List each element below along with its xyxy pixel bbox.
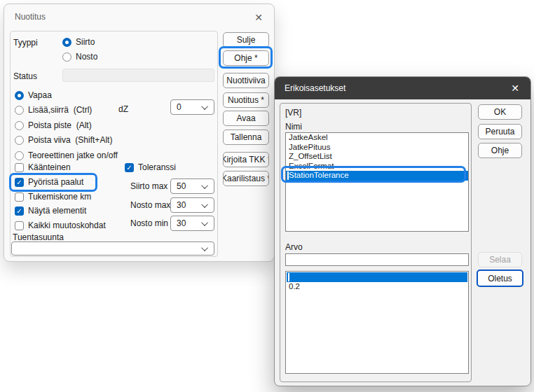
nuotitus-button[interactable]: Nuotitus * [223,92,269,108]
tyyppi-label: Tyyppi [13,38,38,48]
kaarilistaus-button[interactable]: Kaarilistaus * [223,171,269,186]
radio-label: Poista viiva (Shift+Alt) [28,135,112,145]
list-item-selected[interactable] [287,272,467,282]
nuottiviiva-button[interactable]: Nuottiviiva [223,73,269,88]
radio-vapaa[interactable]: Vapaa [15,90,52,100]
arvo-input[interactable] [285,253,469,266]
checkbox-icon: ✓ [125,163,134,172]
tuentasuunta-label: Tuentasuunta [13,232,64,242]
radio-label: Teoreettinen jatke on/off [28,150,118,160]
nosto-min-label: Nosto min [130,218,168,228]
radio-teoreettinen-jatke[interactable]: Teoreettinen jatke on/off [15,150,118,160]
ohje-button[interactable]: Ohje * [223,50,269,66]
checkbox-kaanteinen[interactable]: Käänteinen [15,162,71,172]
list-item[interactable]: ExcelFormat [286,162,468,172]
status-field [62,69,214,82]
radio-lisaa-siirra[interactable]: Lisää,siirrä (Ctrl) [15,105,92,115]
radio-icon [62,52,71,62]
radio-icon [15,136,24,145]
peruuta-button[interactable]: Peruuta [478,124,522,139]
list-item[interactable]: JatkeAskel [286,133,468,143]
dz-label: dZ [118,104,128,114]
checkbox-pyorista-paalut[interactable]: ✓ Pyöristä paalut [15,177,83,187]
oletus-button[interactable]: Oletus [477,270,523,287]
radio-label: Poista piste (Alt) [28,120,92,130]
checkbox-label: Pyöristä paalut [28,177,83,187]
checkbox-toleranssi[interactable]: ✓ Toleranssi [125,162,176,172]
avaa-button[interactable]: Avaa [223,111,269,126]
nosto-max-value: 30 [177,200,203,210]
list-item-selected[interactable]: StationTolerance [286,171,468,181]
siirto-max-value: 50 [177,181,203,191]
titlebar: Erikoisasetukset ✕ [275,77,530,99]
radio-icon [62,38,71,47]
chevron-down-icon [201,244,208,251]
radio-siirto[interactable]: Siirto [62,37,95,47]
siirto-max-combobox[interactable]: 50 [170,178,214,194]
radio-icon [15,106,24,115]
tuentasuunta-combobox[interactable] [11,241,214,255]
checkbox-label: Toleranssi [138,162,176,172]
nosto-max-combobox[interactable]: 30 [170,197,214,213]
siirto-max-label: Siirto max [130,181,167,191]
checkbox-icon: ✓ [15,178,24,187]
nosto-max-label: Nosto max [130,200,170,210]
checkbox-icon [15,221,24,230]
checkbox-icon: ✓ [15,206,24,216]
dialog-title: Erikoisasetukset [285,83,345,93]
ok-button[interactable]: OK [478,104,522,120]
nosto-min-value: 30 [177,218,203,228]
ohje-button[interactable]: Ohje [478,143,522,158]
radio-nosto[interactable]: Nosto [62,52,97,62]
checkbox-icon [15,163,24,172]
checkbox-tukemiskone-km[interactable]: Tukemiskone km [15,192,91,202]
close-icon[interactable]: ✕ [507,81,523,95]
kirjoita-tkk-button[interactable]: Kirjoita TKK * [223,152,269,167]
nuotitus-dialog: Nuotitus ✕ Tyyppi Siirto Nosto Status Va… [4,4,275,262]
tallenna-button[interactable]: Tallenna [223,130,269,145]
nosto-min-combobox[interactable]: 30 [170,216,214,231]
radio-label: Lisää,siirrä (Ctrl) [28,105,92,115]
radio-icon [15,121,24,130]
checkbox-label: Näytä elementit [28,206,86,216]
checkbox-icon [15,192,24,202]
sulje-button[interactable]: Sulje [223,32,269,48]
list-item[interactable]: 0.2 [286,282,468,292]
arvo-listbox[interactable]: 0.2 [285,271,469,374]
close-icon[interactable]: ✕ [251,10,266,24]
radio-label: Vapaa [28,90,52,100]
nimi-listbox[interactable]: JatkeAskel JatkePituus Z_OffsetList Exce… [285,132,469,232]
checkbox-nayta-elementit[interactable]: ✓ Näytä elementit [15,206,86,216]
selaa-button: Selaa [478,252,522,267]
list-item[interactable]: JatkePituus [286,143,468,153]
radio-poista-viiva[interactable]: Poista viiva (Shift+Alt) [15,135,112,145]
radio-label: Nosto [76,52,97,62]
radio-icon [15,151,24,160]
erikoisasetukset-dialog: Erikoisasetukset ✕ [VR] Nimi JatkeAskel … [274,76,531,386]
arvo-label: Arvo [285,242,303,252]
nimi-label: Nimi [285,122,302,132]
checkbox-label: Tukemiskone km [28,192,91,202]
checkbox-label: Käänteinen [28,162,71,172]
radio-icon [15,91,24,100]
status-label: Status [13,71,37,81]
dialog-title: Nuotitus [15,12,46,22]
dz-combobox[interactable]: 0 [170,99,214,115]
dz-value: 0 [177,102,203,112]
checkbox-kaikki-muutoskohdat[interactable]: Kaikki muutoskohdat [15,220,106,230]
radio-poista-piste[interactable]: Poista piste (Alt) [15,120,92,130]
list-item[interactable]: Z_OffsetList [286,152,468,162]
radio-label: Siirto [76,37,95,47]
section-label: [VR] [285,108,301,118]
checkbox-label: Kaikki muutoskohdat [28,220,106,230]
